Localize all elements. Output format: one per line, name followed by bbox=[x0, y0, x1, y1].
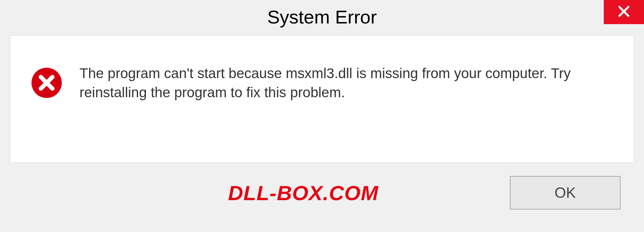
dialog-footer: DLL-BOX.COM OK bbox=[0, 163, 644, 210]
error-message: The program can't start because msxml3.d… bbox=[79, 64, 613, 102]
titlebar: System Error bbox=[0, 0, 644, 34]
error-icon bbox=[31, 67, 63, 99]
close-icon bbox=[617, 5, 631, 19]
dialog-title: System Error bbox=[267, 6, 377, 28]
error-dialog: System Error The program can't start bec… bbox=[0, 0, 644, 232]
close-button[interactable] bbox=[604, 0, 644, 24]
watermark-text: DLL-BOX.COM bbox=[228, 181, 378, 205]
content-panel: The program can't start because msxml3.d… bbox=[10, 35, 634, 163]
ok-button[interactable]: OK bbox=[510, 176, 621, 210]
